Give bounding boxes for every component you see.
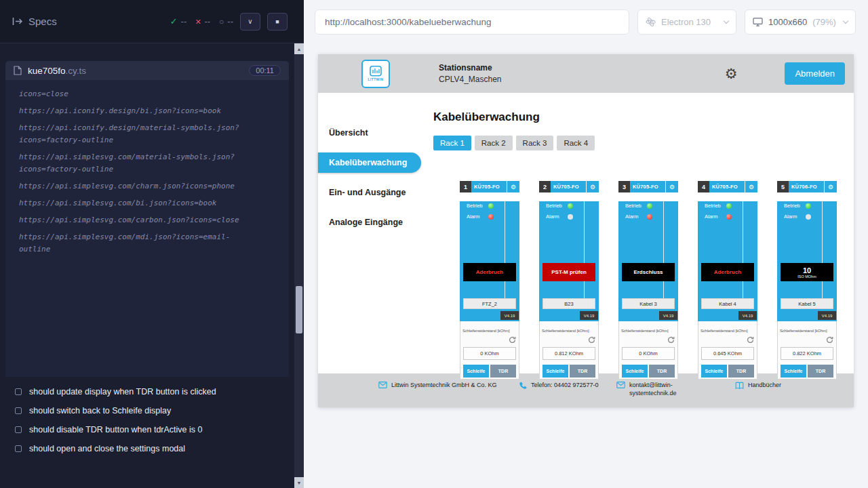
test-item[interactable]: should disable TDR button when tdrActive…	[0, 420, 294, 439]
device-card: 3 KÜ705-FO ⚙ Betrieb	[618, 181, 678, 380]
test-title: should update display when TDR button is…	[29, 387, 216, 396]
sidebar-nav-item[interactable]: Analoge Eingänge	[318, 212, 433, 232]
betrieb-label: Betrieb	[784, 203, 802, 209]
cable-name-input[interactable]: Kabel 4	[701, 298, 754, 309]
rack-tab[interactable]: Rack 2	[475, 136, 513, 150]
network-log-entry[interactable]: (fetch) GET 200 https://api.simplesvg.co…	[19, 231, 289, 256]
spec-name: kue705fo.cy.ts	[28, 66, 86, 76]
schleife-button[interactable]: Schleife	[463, 365, 489, 378]
device-settings-gear-icon[interactable]: ⚙	[586, 181, 599, 192]
sidebar-nav-item[interactable]: Ein- und Ausgänge	[318, 182, 433, 203]
specs-toggle[interactable]: Specs	[12, 16, 57, 27]
browser-select[interactable]: Electron 130	[637, 9, 736, 35]
resistance-value[interactable]: 0 KOhm	[463, 347, 516, 360]
device-settings-gear-icon[interactable]: ⚙	[665, 181, 678, 192]
test-item[interactable]: should open and close the settings modal	[0, 439, 294, 458]
resistance-value[interactable]: 0.812 KOhm	[542, 347, 595, 360]
test-title: should switch back to Schleife display	[29, 406, 171, 415]
sidebar-nav-item[interactable]: Übersicht	[318, 123, 433, 143]
stop-button[interactable]: ■	[267, 13, 288, 30]
cable-name-input[interactable]: Kabel 3	[622, 298, 675, 309]
measure-buttons: Schleife TDR	[542, 365, 595, 378]
aut-pane: http://localhost:3000/kabelueberwachung …	[304, 0, 868, 488]
test-title: should disable TDR button when tdrActive…	[29, 425, 202, 434]
test-box-icon	[15, 426, 22, 433]
rack-tab[interactable]: Rack 1	[433, 136, 471, 150]
schleife-button[interactable]: Schleife	[781, 365, 806, 378]
refresh-icon	[747, 336, 754, 344]
device-card: 1 KÜ705-FO ⚙ Betrieb	[460, 181, 519, 380]
device-settings-gear-icon[interactable]: ⚙	[507, 181, 519, 192]
alarm-row: Alarm	[467, 212, 519, 221]
schleife-button[interactable]: Schleife	[701, 365, 727, 378]
alarm-label: Alarm	[705, 214, 723, 220]
log-url: https://api.simplesvg.com/carbon.json?ic…	[19, 214, 244, 226]
refresh-button[interactable]	[667, 336, 675, 344]
refresh-button[interactable]	[826, 336, 833, 344]
device-card-header: 5 KÜ706-FO ⚙	[777, 181, 837, 192]
betrieb-row: Betrieb	[546, 201, 599, 210]
network-log-entry[interactable]: (fetch) GET 200 https://api.simplesvg.co…	[19, 151, 289, 176]
network-log-entry[interactable]: (fetch) GET 200 https://api.simplesvg.co…	[19, 197, 289, 209]
device-card-header: 2 KÜ705-FO ⚙	[539, 181, 599, 192]
refresh-button[interactable]	[747, 336, 754, 344]
sidebar-nav-item[interactable]: Kabelüberwachung	[318, 152, 421, 173]
rack-tab[interactable]: Rack 3	[516, 136, 554, 150]
tdr-button[interactable]: TDR	[490, 365, 516, 378]
scroll-up-button[interactable]: ▲	[294, 43, 304, 54]
cable-name-input[interactable]: FTZ_2	[463, 298, 516, 309]
status-display: Aderbruch	[463, 263, 516, 281]
network-log-entry[interactable]: (fetch) GET 200 https://api.iconify.desi…	[19, 105, 289, 117]
page-title: Kabelüberwachung	[433, 110, 854, 124]
collapse-button[interactable]: ∨	[240, 13, 260, 30]
tdr-button[interactable]: TDR	[570, 365, 595, 378]
device-status-panel: Betrieb Alarm Erdschluss	[618, 201, 678, 321]
resistance-value[interactable]: 0.822 KOhm	[781, 347, 833, 360]
reporter: kue705fo.cy.ts 00:11 icons=close (fetch)…	[0, 43, 294, 488]
device-status-panel: Betrieb Alarm PST-M prüfen	[539, 201, 599, 321]
logo-mark-icon	[369, 66, 382, 77]
footer-manuals-link[interactable]: Handbücher	[735, 381, 781, 389]
cable-name-input[interactable]: Kabel 5	[781, 298, 833, 309]
footer-phone[interactable]: Telefon: 04402 972577-0	[519, 381, 601, 390]
refresh-icon	[588, 336, 595, 344]
logout-button[interactable]: Abmelden	[785, 62, 845, 85]
device-settings-gear-icon[interactable]: ⚙	[745, 181, 757, 192]
viewport-select[interactable]: 1000x660 (79%)	[745, 9, 856, 35]
resistance-value[interactable]: 0 KOhm	[622, 347, 675, 360]
book-icon	[735, 382, 744, 389]
device-status-panel: Betrieb Alarm Aderbruch	[460, 201, 519, 321]
test-item[interactable]: should switch back to Schleife display	[0, 401, 294, 420]
tdr-button[interactable]: TDR	[808, 365, 833, 378]
network-log-entry[interactable]: (fetch) GET 200 https://api.simplesvg.co…	[19, 180, 289, 192]
status-unit: ISO MOhm	[797, 274, 816, 279]
schleife-button[interactable]: Schleife	[542, 365, 568, 378]
footer-email[interactable]: kontakt@littwin-systemtechnik.de	[616, 381, 692, 397]
refresh-button[interactable]	[509, 336, 516, 344]
measurement-label: Schleifenwiderstand [kOhm]	[460, 321, 519, 333]
footer-company-text: Littwin Systemtechnik GmbH & Co. KG	[391, 381, 513, 389]
device-settings-gear-icon[interactable]: ⚙	[824, 181, 837, 192]
settings-gear-icon[interactable]: ⚙	[725, 66, 738, 81]
spec-file-bar[interactable]: kue705fo.cy.ts 00:11	[5, 61, 289, 80]
network-log-entry[interactable]: icons=close	[19, 88, 289, 100]
tdr-button[interactable]: TDR	[728, 365, 754, 378]
test-item[interactable]: should update display when TDR button is…	[0, 382, 294, 401]
network-log-entry[interactable]: (fetch) GET 200 https://api.iconify.desi…	[19, 122, 289, 146]
alarm-label: Alarm	[467, 214, 485, 220]
resistance-value[interactable]: 0.645 KOhm	[701, 347, 754, 360]
footer-company[interactable]: Littwin Systemtechnik GmbH & Co. KG	[378, 381, 513, 389]
refresh-button[interactable]	[588, 336, 595, 344]
rack-tab[interactable]: Rack 4	[557, 136, 595, 150]
schleife-button[interactable]: Schleife	[622, 365, 648, 378]
scroll-down-button[interactable]: ▼	[294, 477, 304, 488]
scrollbar-thumb[interactable]	[296, 286, 302, 333]
network-log-entry[interactable]: (fetch) GET 200 https://api.simplesvg.co…	[19, 214, 289, 226]
betrieb-label: Betrieb	[705, 203, 723, 209]
cable-name-input[interactable]: B23	[542, 298, 595, 309]
tdr-button[interactable]: TDR	[649, 365, 675, 378]
alarm-row: Alarm	[784, 212, 837, 221]
spec-timer: 00:11	[249, 65, 281, 76]
url-input[interactable]: http://localhost:3000/kabelueberwachung	[315, 9, 629, 35]
test-box-icon	[15, 388, 22, 395]
